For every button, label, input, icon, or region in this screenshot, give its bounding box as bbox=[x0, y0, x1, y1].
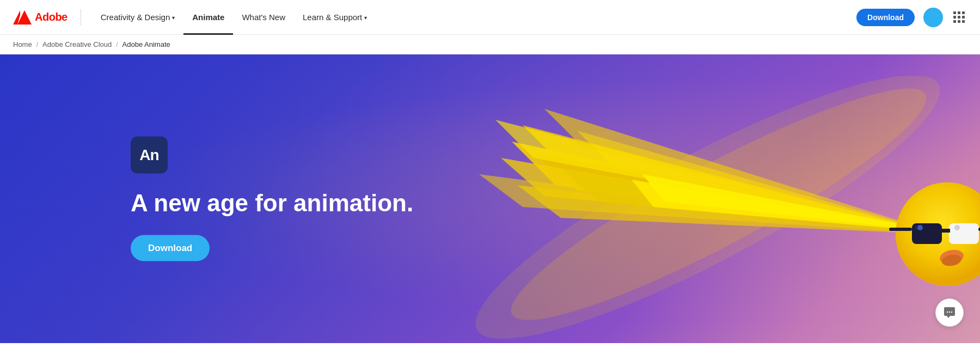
nav-item-learn-support[interactable]: Learn & Support ▾ bbox=[294, 0, 376, 35]
hero-content: An A new age for animation. Download bbox=[131, 137, 413, 261]
adobe-wordmark: Adobe bbox=[35, 11, 68, 23]
hero-download-button[interactable]: Download bbox=[131, 235, 210, 261]
chevron-down-icon: ▾ bbox=[364, 15, 367, 21]
chat-button[interactable] bbox=[935, 298, 964, 327]
breadcrumb: Home / Adobe Creative Cloud / Adobe Anim… bbox=[0, 35, 980, 54]
nav-divider bbox=[81, 9, 81, 26]
grid-dot bbox=[962, 16, 965, 19]
grid-dot bbox=[953, 11, 956, 14]
breadcrumb-home[interactable]: Home bbox=[13, 40, 32, 48]
grid-dot bbox=[958, 20, 960, 23]
grid-dot bbox=[958, 16, 960, 19]
adobe-logo-link[interactable]: Adobe bbox=[13, 10, 68, 25]
grid-dots bbox=[953, 11, 965, 23]
hero-section: An A new age for animation. Download bbox=[0, 54, 980, 343]
nav-right: Download bbox=[856, 8, 967, 27]
chat-icon bbox=[943, 306, 956, 319]
svg-point-29 bbox=[949, 312, 950, 313]
nav-links: Creativity & Design ▾ Animate What's New… bbox=[92, 0, 856, 35]
grid-dot bbox=[958, 11, 960, 14]
nav-download-button[interactable]: Download bbox=[856, 9, 915, 26]
adobe-logo-icon bbox=[13, 10, 32, 25]
grid-dot bbox=[962, 20, 965, 23]
svg-point-28 bbox=[947, 312, 948, 313]
grid-dot bbox=[962, 11, 965, 14]
grid-dot bbox=[953, 20, 956, 23]
user-avatar[interactable] bbox=[923, 8, 943, 27]
svg-point-30 bbox=[951, 312, 952, 313]
breadcrumb-current: Adobe Animate bbox=[122, 40, 170, 48]
nav-item-animate[interactable]: Animate bbox=[183, 0, 233, 35]
nav-item-creativity-design[interactable]: Creativity & Design ▾ bbox=[92, 0, 184, 35]
navbar: Adobe Creativity & Design ▾ Animate What… bbox=[0, 0, 980, 35]
grid-dot bbox=[953, 16, 956, 19]
breadcrumb-sep-1: / bbox=[36, 41, 38, 48]
apps-grid-icon[interactable] bbox=[952, 10, 967, 25]
breadcrumb-creative-cloud[interactable]: Adobe Creative Cloud bbox=[42, 40, 112, 48]
animate-app-icon: An bbox=[131, 137, 168, 174]
breadcrumb-sep-2: / bbox=[116, 41, 118, 48]
nav-item-whats-new[interactable]: What's New bbox=[233, 0, 294, 35]
hero-headline: A new age for animation. bbox=[131, 189, 413, 218]
chevron-down-icon: ▾ bbox=[172, 15, 175, 21]
